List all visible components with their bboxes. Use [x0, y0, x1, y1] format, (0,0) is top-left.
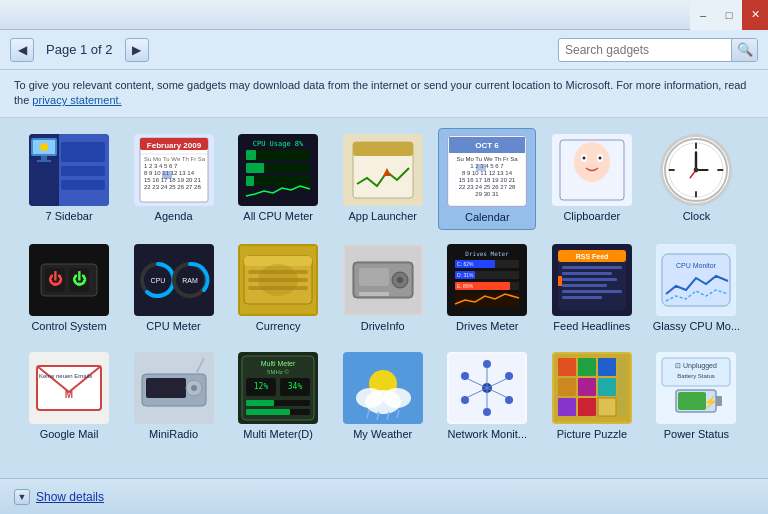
gadget-7sidebar[interactable]: 7 Sidebar: [20, 128, 118, 230]
gadget-icon-glassycpu: CPU Monitor: [656, 244, 736, 316]
gadget-googlemail[interactable]: M Keine neuen Emails Google Mail: [20, 346, 118, 446]
gadget-currency[interactable]: Currency: [229, 238, 327, 338]
nav-bar: ◀ Page 1 of 2 ▶ 🔍: [0, 30, 768, 70]
svg-point-9: [40, 143, 48, 151]
gadget-icon-currency: [238, 244, 318, 316]
svg-rect-81: [359, 292, 389, 296]
svg-text:34%: 34%: [288, 382, 303, 391]
gadget-icon-myweather: [343, 352, 423, 424]
gadget-driveinfo[interactable]: DriveInfo: [334, 238, 432, 338]
svg-text:⊡ Unplugged: ⊡ Unplugged: [676, 362, 718, 370]
gadget-icon-7sidebar: [29, 134, 109, 206]
gadget-powerstatus[interactable]: ⊡ Unplugged Battery Status ⚡ Power Statu…: [647, 346, 745, 446]
gadget-label-multimeter: Multi Meter(D): [243, 428, 313, 440]
svg-rect-100: [562, 272, 612, 275]
svg-rect-157: [578, 358, 596, 376]
gadget-clipboarder[interactable]: Clipboarder: [543, 128, 641, 230]
gadget-miniradio[interactable]: MiniRadio: [125, 346, 223, 446]
gadget-label-picturepuzzle: Picture Puzzle: [557, 428, 627, 440]
gadget-clock[interactable]: Clock: [647, 128, 745, 230]
gadget-icon-cpumeter: CPU RAM: [134, 244, 214, 316]
svg-text:Su Mo Tu We Th Fr Sa: Su Mo Tu We Th Fr Sa: [457, 156, 519, 162]
gadget-multimeter[interactable]: Multi Meter 5MHz © 12% 34% Multi Meter(D…: [229, 346, 327, 446]
gadget-cpumeter[interactable]: CPU RAM CPU Meter: [125, 238, 223, 338]
gadget-label-cpumeter: CPU Meter: [146, 320, 200, 332]
window-controls: – □ ✕: [690, 0, 768, 30]
minimize-button[interactable]: –: [690, 0, 716, 30]
gadget-icon-multimeter: Multi Meter 5MHz © 12% 34%: [238, 352, 318, 424]
svg-text:15 16 17 18 19 20 21: 15 16 17 18 19 20 21: [459, 177, 516, 183]
gadget-label-clock: Clock: [683, 210, 711, 222]
svg-rect-161: [598, 378, 616, 396]
gadget-label-calendar: Calendar: [465, 211, 510, 223]
gadget-label-allcpumeter: All CPU Meter: [243, 210, 313, 222]
svg-point-146: [483, 408, 491, 416]
svg-text:OCT 6: OCT 6: [476, 141, 500, 150]
close-button[interactable]: ✕: [742, 0, 768, 30]
svg-text:M: M: [65, 389, 73, 400]
maximize-button[interactable]: □: [716, 0, 742, 30]
gadget-myweather[interactable]: My Weather: [334, 346, 432, 446]
svg-text:D: 31%: D: 31%: [457, 272, 474, 278]
svg-rect-165: [618, 358, 626, 416]
show-details-arrow-icon: ▼: [14, 489, 30, 505]
svg-text:⏻: ⏻: [72, 271, 87, 287]
svg-text:E: 86%: E: 86%: [457, 283, 474, 289]
gadget-label-glassycpu: Glassy CPU Mo...: [653, 320, 740, 332]
prev-page-button[interactable]: ◀: [10, 38, 34, 62]
gadget-icon-drivesmeter: Drives Meter C: 62% D: 31% E: 86%: [447, 244, 527, 316]
svg-rect-103: [562, 290, 622, 293]
svg-rect-163: [578, 398, 596, 416]
gadget-icon-miniradio: [134, 352, 214, 424]
svg-text:RAM: RAM: [182, 277, 198, 284]
svg-rect-130: [246, 409, 290, 415]
svg-rect-39: [476, 164, 486, 171]
gadget-label-drivesmeter: Drives Meter: [456, 320, 518, 332]
svg-rect-159: [558, 378, 576, 396]
search-button[interactable]: 🔍: [731, 39, 757, 61]
svg-text:February 2009: February 2009: [146, 141, 201, 150]
svg-rect-104: [562, 296, 602, 299]
gadget-label-currency: Currency: [256, 320, 301, 332]
svg-rect-99: [562, 266, 622, 269]
svg-rect-23: [246, 150, 256, 160]
gadget-picturepuzzle[interactable]: Picture Puzzle: [543, 346, 641, 446]
title-bar: – □ ✕: [0, 0, 768, 30]
gadget-label-powerstatus: Power Status: [664, 428, 729, 440]
svg-text:Drives Meter: Drives Meter: [466, 250, 510, 257]
svg-text:Multi Meter: Multi Meter: [261, 360, 296, 367]
svg-text:12%: 12%: [254, 382, 269, 391]
gadget-icon-controlsystem: ⏻ ⏻: [29, 244, 109, 316]
gadget-agenda[interactable]: February 2009 Su Mo Tu We Th Fr Sa 1 2 3…: [125, 128, 223, 230]
gadget-calendar[interactable]: OCT 6 Su Mo Tu We Th Fr Sa 1 2 3 4 5 6 7…: [438, 128, 536, 230]
info-bar: To give you relevant content, some gadge…: [0, 70, 768, 118]
svg-text:CPU Usage 8%: CPU Usage 8%: [253, 140, 304, 148]
gadget-label-applauncher: App Launcher: [348, 210, 417, 222]
gadget-icon-calendar: OCT 6 Su Mo Tu We Th Fr Sa 1 2 3 4 5 6 7…: [447, 135, 527, 207]
next-page-button[interactable]: ▶: [125, 38, 149, 62]
svg-point-148: [461, 372, 469, 380]
gadget-networkmonitor[interactable]: Network Monit...: [438, 346, 536, 446]
privacy-link[interactable]: privacy statement.: [32, 94, 121, 106]
search-input[interactable]: [559, 39, 731, 61]
gadget-glassycpu[interactable]: CPU Monitor Glassy CPU Mo...: [647, 238, 745, 338]
search-box: 🔍: [558, 38, 758, 62]
gadget-allcpumeter[interactable]: CPU Usage 8% All CPU Meter: [229, 128, 327, 230]
gadget-applauncher[interactable]: App Launcher: [334, 128, 432, 230]
gadget-icon-feedheadlines: RSS Feed: [552, 244, 632, 316]
svg-rect-102: [562, 284, 607, 287]
show-details-bar[interactable]: ▼ Show details: [0, 478, 768, 514]
svg-point-75: [258, 264, 298, 296]
gadget-icon-picturepuzzle: [552, 352, 632, 424]
gadget-label-driveinfo: DriveInfo: [361, 320, 405, 332]
gadget-controlsystem[interactable]: ⏻ ⏻ Control System: [20, 238, 118, 338]
gadget-feedheadlines[interactable]: RSS Feed Feed Headlines: [543, 238, 641, 338]
gadget-label-googlemail: Google Mail: [40, 428, 99, 440]
svg-rect-19: [162, 171, 172, 179]
svg-text:1  2  3  4  5  6  7: 1 2 3 4 5 6 7: [144, 163, 178, 169]
svg-rect-158: [598, 358, 616, 376]
show-details-label[interactable]: Show details: [36, 490, 104, 504]
gadget-icon-clock: [660, 134, 732, 206]
svg-text:C: 62%: C: 62%: [457, 261, 474, 267]
gadget-drivesmeter[interactable]: Drives Meter C: 62% D: 31% E: 86% Drives…: [438, 238, 536, 338]
